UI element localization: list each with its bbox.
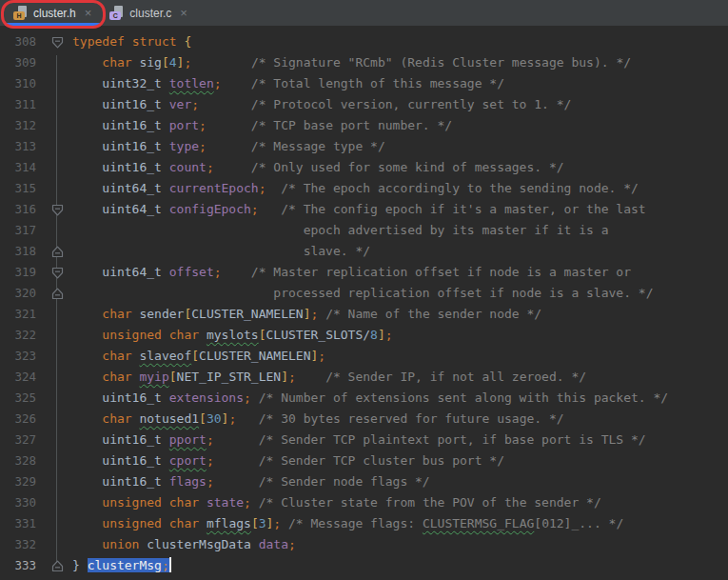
fold-collapse-icon[interactable] — [42, 199, 72, 220]
code-token: [ — [259, 328, 266, 342]
line-number: 332 — [0, 534, 42, 555]
fold-gutter — [42, 325, 72, 346]
code-token: 8 — [370, 328, 378, 342]
code-line[interactable]: 309 char sig[4]; /* Signature "RCmb" (Re… — [0, 52, 728, 73]
code-line[interactable]: 316 uint64_t configEpoch; /* The config … — [0, 199, 728, 220]
fold-gutter — [42, 471, 72, 492]
code-token — [199, 495, 207, 510]
code-line[interactable]: 330 unsigned char state; /* Cluster stat… — [0, 492, 728, 513]
code-token: unsigned — [102, 516, 162, 530]
code-lines: 308typedef struct {309 char sig[4]; /* S… — [0, 26, 728, 580]
code-token: /* Protocol version, currently set to 1.… — [251, 97, 572, 111]
code-token: ; — [199, 139, 207, 153]
code-token: } — [72, 558, 88, 572]
code-token: /* The epoch accordingly to the sending … — [281, 181, 639, 195]
code-token — [251, 495, 259, 510]
code-token: uint16_t — [72, 97, 169, 111]
code-token — [214, 432, 259, 447]
code-token — [199, 97, 251, 111]
fold-collapse-end-icon[interactable] — [42, 241, 72, 262]
code-line[interactable]: 315 uint64_t currentEpoch; /* The epoch … — [0, 178, 728, 199]
fold-collapse-icon[interactable] — [42, 31, 72, 52]
line-number: 329 — [0, 471, 42, 492]
code-token: ; — [207, 474, 214, 489]
code-token — [266, 181, 282, 195]
code-token: CLUSTERMSG_FLAG — [423, 516, 534, 530]
code-line[interactable]: 310 uint32_t totlen; /* Total length of … — [0, 73, 728, 94]
line-number: 308 — [0, 31, 42, 52]
code-line[interactable]: 326 char notused1[30]; /* 30 bytes reser… — [0, 409, 728, 430]
code-line[interactable]: 323 char slaveof[CLUSTER_NAMELEN]; — [0, 346, 728, 367]
code-token: uint64_t — [72, 265, 169, 279]
code-line[interactable]: 333} clusterMsg; — [0, 555, 728, 576]
close-icon[interactable]: × — [179, 7, 188, 19]
line-number: 327 — [0, 430, 42, 450]
fold-collapse-end-icon[interactable] — [42, 283, 72, 304]
code-line[interactable]: 319 uint64_t offset; /* Master replicati… — [0, 262, 728, 283]
code-token: [ — [169, 370, 177, 384]
code-line[interactable]: 320 processed replication offset if node… — [0, 283, 728, 304]
code-token — [125, 34, 132, 49]
code-text: uint32_t totlen; /* Total length of this… — [72, 73, 728, 94]
code-token: extensions — [169, 390, 244, 405]
fold-collapse-icon[interactable] — [42, 262, 72, 283]
code-line[interactable]: 327 uint16_t pport; /* Sender TCP plaint… — [0, 430, 728, 450]
code-line[interactable]: 312 uint16_t port; /* TCP base port numb… — [0, 115, 728, 136]
code-line[interactable]: 318 slave. */ — [0, 241, 728, 262]
code-token — [72, 328, 102, 342]
code-token: /* Message flags: — [288, 516, 423, 530]
code-token: epoch advertised by its master if it is … — [72, 223, 609, 237]
code-line[interactable]: 313 uint16_t type; /* Message type */ — [0, 136, 728, 157]
code-token: /* Sender TCP cluster bus port */ — [259, 453, 504, 468]
fold-gutter — [42, 304, 72, 325]
code-text: slave. */ — [72, 241, 728, 262]
code-token — [72, 516, 102, 530]
code-text: char slaveof[CLUSTER_NAMELEN]; — [72, 346, 728, 367]
code-token: notused1 — [139, 411, 199, 426]
code-line[interactable]: 322 unsigned char myslots[CLUSTER_SLOTS/… — [0, 325, 728, 346]
code-line[interactable]: 332 union clusterMsgData data; — [0, 534, 728, 555]
code-line[interactable]: 324 char myip[NET_IP_STR_LEN]; /* Sender… — [0, 367, 728, 388]
tab-cluster-h[interactable]: H cluster.h × — [5, 0, 101, 26]
code-line[interactable]: 314 uint16_t count; /* Only used for som… — [0, 157, 728, 178]
code-line[interactable]: 311 uint16_t ver; /* Protocol version, c… — [0, 94, 728, 115]
code-token: uint16_t — [72, 390, 169, 405]
code-token: [012]_... */ — [534, 516, 623, 530]
code-line[interactable]: 328 uint16_t cport; /* Sender TCP cluste… — [0, 450, 728, 471]
code-editor[interactable]: 308typedef struct {309 char sig[4]; /* S… — [0, 26, 728, 580]
line-number: 326 — [0, 409, 42, 430]
code-token: char — [102, 370, 131, 384]
fold-gutter — [42, 534, 72, 555]
code-text: uint16_t cport; /* Sender TCP cluster bu… — [72, 450, 728, 471]
line-number: 321 — [0, 304, 42, 325]
code-text: unsigned char state; /* Cluster state fr… — [72, 492, 728, 513]
code-text: uint16_t ver; /* Protocol version, curre… — [72, 94, 728, 115]
code-token: [ — [191, 349, 199, 363]
code-line[interactable]: 334 — [0, 576, 728, 580]
fold-gutter — [42, 367, 72, 388]
line-number: 316 — [0, 199, 42, 220]
code-text: uint64_t currentEpoch; /* The epoch acco… — [72, 178, 728, 199]
tab-label-cluster-c: cluster.c — [129, 7, 171, 20]
code-line[interactable]: 325 uint16_t extensions; /* Number of ex… — [0, 388, 728, 409]
fold-gutter — [42, 430, 72, 450]
code-line[interactable]: 308typedef struct { — [0, 31, 728, 52]
editor-tab-bar: H cluster.h × C cluster.c × — [0, 0, 728, 26]
code-line[interactable]: 331 unsigned char mflags[3]; /* Message … — [0, 513, 728, 534]
code-token: data — [259, 537, 288, 551]
code-line[interactable]: 317 epoch advertised by its master if it… — [0, 220, 728, 241]
code-line[interactable]: 329 uint16_t flags; /* Sender node flags… — [0, 471, 728, 492]
code-token: ; — [244, 390, 251, 405]
code-token: typedef — [72, 34, 125, 49]
code-token: CLUSTER_NAMELEN — [191, 307, 303, 321]
code-token: 30 — [207, 411, 222, 426]
close-icon[interactable]: × — [84, 7, 93, 19]
line-number: 313 — [0, 136, 42, 157]
fold-gutter — [42, 136, 72, 157]
code-line[interactable]: 321 char sender[CLUSTER_NAMELEN]; /* Nam… — [0, 304, 728, 325]
line-number: 310 — [0, 73, 42, 94]
tab-cluster-c[interactable]: C cluster.c × — [101, 0, 197, 26]
code-text: unsigned char mflags[3]; /* Message flag… — [72, 513, 728, 534]
code-token: type — [169, 139, 199, 153]
fold-collapse-end-icon[interactable] — [42, 555, 72, 576]
